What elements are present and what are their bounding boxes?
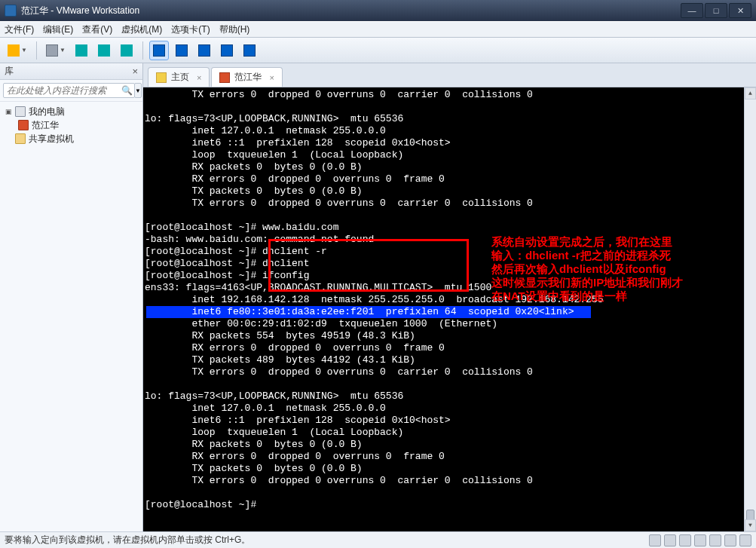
statusbar: 要将输入定向到该虚拟机，请在虚拟机内部单击或按 Ctrl+G。 (0, 531, 756, 548)
multimonitor-button[interactable] (240, 41, 259, 60)
multimonitor-icon (243, 44, 256, 57)
snapshot-manager-icon (98, 44, 110, 57)
terminal[interactable]: TX errors 0 dropped 0 overruns 0 carrier… (143, 87, 756, 531)
expand-icon[interactable] (5, 135, 12, 142)
app-icon (5, 5, 17, 17)
menubar: 文件(F) 编辑(E) 查看(V) 虚拟机(M) 选项卡(T) 帮助(H) (0, 21, 756, 38)
folder-icon (15, 133, 26, 144)
revert-button[interactable] (117, 41, 136, 60)
tab-vm-label: 范江华 (234, 71, 262, 84)
status-icon-printer[interactable] (724, 534, 736, 546)
thumbnail-button[interactable] (217, 41, 237, 60)
app-window: 范江华 - VMware Workstation — □ ✕ 文件(F) 编辑(… (0, 0, 756, 548)
terminal-output: TX errors 0 dropped 0 overruns 0 carrier… (143, 89, 753, 511)
tree-vm-label: 范江华 (32, 119, 59, 132)
tab-vm-close[interactable]: × (269, 73, 274, 82)
tree-shared-vms[interactable]: 共享虚拟机 (2, 132, 141, 145)
tab-home-close[interactable]: × (197, 73, 201, 82)
toolbar: ▼ ▼ (0, 38, 756, 63)
status-icon-display[interactable] (739, 534, 751, 546)
tab-home-label: 主页 (171, 71, 189, 84)
tab-vm[interactable]: 范江华 × (211, 67, 282, 87)
tree-vm-item[interactable]: 范江华 (2, 118, 141, 132)
scroll-down-button[interactable]: ▼ (745, 519, 756, 531)
power-icon (8, 44, 20, 57)
menu-help[interactable]: 帮助(H) (219, 23, 250, 36)
computer-icon (15, 106, 26, 117)
status-icon-usb[interactable] (694, 534, 706, 546)
status-icon-cd[interactable] (664, 534, 676, 546)
status-icon-hdd[interactable] (649, 534, 661, 546)
window-title: 范江华 - VMware Workstation (21, 5, 679, 17)
tree-my-computer[interactable]: ▣ 我的电脑 (2, 105, 141, 118)
menu-vm[interactable]: 虚拟机(M) (121, 23, 162, 36)
window-buttons: — □ ✕ (679, 3, 751, 18)
devices-button[interactable]: ▼ (43, 41, 69, 60)
library-title: 库 (5, 65, 14, 78)
revert-icon (121, 44, 133, 57)
tree-shared-label: 共享虚拟机 (29, 133, 74, 145)
library-tree: ▣ 我的电脑 范江华 共享虚拟机 (0, 102, 142, 148)
minimize-button[interactable]: — (681, 3, 703, 18)
menu-view[interactable]: 查看(V) (82, 23, 112, 36)
home-icon (156, 72, 167, 83)
maximize-button[interactable]: □ (705, 3, 727, 18)
power-button[interactable]: ▼ (5, 41, 30, 60)
vm-icon (219, 72, 230, 83)
fullscreen-button[interactable] (172, 41, 191, 60)
unity-button[interactable] (194, 41, 214, 60)
close-button[interactable]: ✕ (729, 3, 751, 18)
titlebar[interactable]: 范江华 - VMware Workstation — □ ✕ (0, 0, 756, 21)
scroll-up-button[interactable]: ▲ (745, 87, 756, 99)
thumbnail-icon (221, 44, 233, 57)
status-icon-sound[interactable] (709, 534, 721, 546)
terminal-scrollbar[interactable]: ▲ ▼ (744, 87, 756, 531)
menu-file[interactable]: 文件(F) (5, 23, 34, 36)
status-message: 要将输入定向到该虚拟机，请在虚拟机内部单击或按 Ctrl+G。 (5, 534, 646, 546)
library-panel: 库 × 🔍 ▼ ▣ 我的电脑 范江华 (0, 63, 143, 531)
unity-icon (198, 44, 210, 57)
expand-icon[interactable]: ▣ (5, 108, 12, 115)
show-console-button[interactable] (149, 41, 169, 60)
menu-tabs[interactable]: 选项卡(T) (171, 23, 210, 36)
menu-edit[interactable]: 编辑(E) (43, 23, 73, 36)
library-header: 库 × (0, 63, 142, 80)
console-icon (153, 44, 165, 57)
search-options-button[interactable]: ▼ (134, 83, 142, 98)
devices-icon (46, 44, 58, 57)
library-search-row: 🔍 ▼ (0, 80, 142, 102)
tab-home[interactable]: 主页 × (148, 67, 210, 87)
library-search-input[interactable] (3, 83, 135, 98)
status-icon-net[interactable] (679, 534, 691, 546)
tree-root-label: 我的电脑 (29, 106, 65, 118)
snapshot-manager-button[interactable] (94, 41, 114, 60)
library-close-button[interactable]: × (132, 66, 138, 77)
vm-icon (18, 120, 29, 130)
snapshot-button[interactable] (72, 41, 91, 60)
main-area: 主页 × 范江华 × TX errors 0 dropped 0 overrun… (143, 63, 756, 531)
snapshot-icon (75, 44, 87, 57)
tabstrip: 主页 × 范江华 × (143, 63, 756, 87)
fullscreen-icon (176, 44, 188, 57)
